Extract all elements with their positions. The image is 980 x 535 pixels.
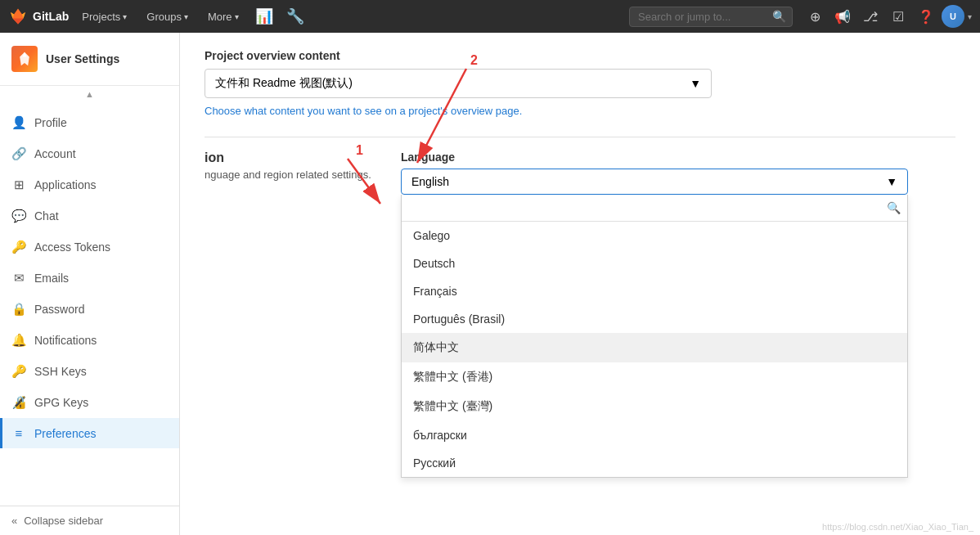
emails-icon: ✉ — [11, 271, 26, 285]
sidebar-item-chat[interactable]: 💬 Chat — [0, 200, 179, 232]
lang-option-galego[interactable]: Galego — [402, 222, 907, 250]
help-icon[interactable]: ❓ — [914, 4, 938, 29]
wrench-icon[interactable]: 🔧 — [283, 4, 308, 29]
gitlab-logo-text: GitLab — [33, 10, 69, 23]
localization-title: ion — [205, 151, 384, 165]
sidebar-logo — [11, 46, 38, 72]
lang-option-deutsch[interactable]: Deutsch — [402, 250, 907, 277]
sidebar-item-access-tokens[interactable]: 🔑 Access Tokens — [0, 232, 179, 263]
lang-option-bulgarian[interactable]: български — [402, 421, 907, 449]
localization-subtitle: nguage and region related settings. — [205, 169, 384, 181]
sidebar-nav: 👤 Profile 🔗 Account ⊞ Applications 💬 Cha… — [0, 102, 179, 506]
preferences-icon: ≡ — [11, 426, 26, 440]
avatar[interactable]: U — [942, 5, 964, 28]
language-search-icon: 🔍 — [887, 201, 901, 214]
nav-groups[interactable]: Groups ▾ — [140, 0, 195, 33]
project-overview-label: Project overview content — [205, 49, 955, 62]
loc-left-panel: ion nguage and region related settings. — [205, 151, 384, 478]
activity-icon[interactable]: 📊 — [252, 4, 276, 29]
search-input[interactable] — [629, 7, 793, 27]
sidebar-item-account[interactable]: 🔗 Account — [0, 138, 179, 169]
language-dropdown-panel: 🔍 Galego Deutsch Français Português (Bra… — [401, 195, 908, 478]
lang-option-russian[interactable]: Русский — [402, 449, 907, 477]
sidebar-item-gpg-keys[interactable]: 🔏 GPG Keys — [0, 387, 179, 418]
top-navigation: GitLab Projects ▾ Groups ▾ More ▾ 📊 🔧 🔍 … — [0, 0, 980, 33]
password-icon: 🔒 — [11, 302, 26, 317]
section-divider — [205, 137, 955, 137]
lang-option-simplified-chinese[interactable]: 简体中文 — [402, 333, 907, 362]
sidebar-footer: « Collapse sidebar — [0, 506, 179, 535]
main-content: Project overview content 文件和 Readme 视图(默… — [180, 33, 980, 535]
dropdown-chevron-icon: ▼ — [690, 77, 701, 90]
lang-option-traditional-chinese-hk[interactable]: 繁體中文 (香港) — [402, 362, 907, 392]
issues-icon[interactable]: ☑ — [886, 4, 910, 29]
collapse-sidebar-button[interactable]: « Collapse sidebar — [11, 515, 168, 527]
project-overview-help: Choose what content you want to see on a… — [205, 105, 955, 117]
lang-option-portugues[interactable]: Português (Brasil) — [402, 305, 907, 333]
sidebar-item-ssh-keys[interactable]: 🔑 SSH Keys — [0, 356, 179, 387]
chat-icon: 💬 — [11, 209, 26, 223]
lang-option-traditional-chinese-tw[interactable]: 繁體中文 (臺灣) — [402, 392, 907, 421]
nav-icon-group: ⊕ 📢 ⎇ ☑ ❓ U ▾ — [802, 4, 972, 29]
notifications-icon: 🔔 — [11, 333, 26, 348]
sidebar-item-applications[interactable]: ⊞ Applications — [0, 169, 179, 200]
chevron-down-icon: ▾ — [235, 12, 239, 21]
sidebar: User Settings ▲ 👤 Profile 🔗 Account ⊞ Ap… — [0, 33, 180, 535]
broadcast-icon[interactable]: 📢 — [830, 4, 855, 29]
project-overview-section: Project overview content 文件和 Readme 视图(默… — [205, 49, 955, 117]
language-label: Language — [401, 151, 955, 164]
language-options-list: Galego Deutsch Français Português (Brasi… — [402, 222, 907, 477]
ssh-icon: 🔑 — [11, 364, 26, 379]
lang-option-francais[interactable]: Français — [402, 277, 907, 305]
project-overview-select[interactable]: 文件和 Readme 视图(默认) ▼ — [205, 69, 712, 98]
sidebar-item-notifications[interactable]: 🔔 Notifications — [0, 325, 179, 356]
content-area: Project overview content 文件和 Readme 视图(默… — [180, 33, 980, 535]
chevron-down-icon: ▾ — [123, 12, 127, 21]
gpg-icon: 🔏 — [11, 395, 26, 410]
plus-icon[interactable]: ⊕ — [802, 4, 827, 29]
language-select[interactable]: English ▼ — [401, 169, 908, 195]
collapse-icon: « — [11, 515, 17, 527]
chevron-down-icon: ▾ — [184, 12, 188, 21]
sidebar-title: User Settings — [46, 52, 119, 65]
page-layout: User Settings ▲ 👤 Profile 🔗 Account ⊞ Ap… — [0, 33, 980, 535]
language-chevron-icon: ▼ — [886, 175, 897, 188]
applications-icon: ⊞ — [11, 178, 26, 192]
sidebar-item-password[interactable]: 🔒 Password — [0, 294, 179, 325]
sidebar-header: User Settings — [0, 33, 179, 86]
nav-more[interactable]: More ▾ — [201, 0, 245, 33]
sidebar-item-profile[interactable]: 👤 Profile — [0, 107, 179, 138]
merge-request-icon[interactable]: ⎇ — [858, 4, 883, 29]
language-search-input[interactable] — [408, 198, 887, 218]
sidebar-item-preferences[interactable]: ≡ Preferences — [0, 418, 179, 448]
gitlab-logo[interactable]: GitLab — [8, 7, 69, 26]
account-icon: 🔗 — [11, 146, 26, 161]
profile-icon: 👤 — [11, 115, 26, 130]
scroll-up-arrow[interactable]: ▲ — [0, 86, 179, 102]
search-icon: 🔍 — [772, 10, 786, 23]
nav-projects[interactable]: Projects ▾ — [75, 0, 133, 33]
access-tokens-icon: 🔑 — [11, 240, 26, 254]
language-search-box: 🔍 — [402, 195, 907, 222]
avatar-chevron-icon: ▾ — [968, 12, 972, 21]
localization-section: ion nguage and region related settings. … — [205, 151, 955, 478]
sidebar-item-emails[interactable]: ✉ Emails — [0, 263, 179, 294]
language-section: Language English ▼ 🔍 Galego — [401, 151, 955, 478]
